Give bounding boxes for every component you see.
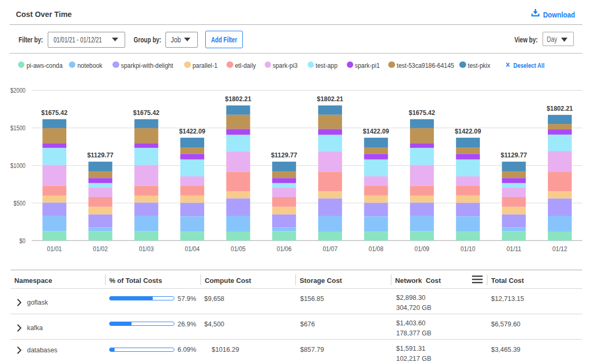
svg-text:01/07: 01/07 xyxy=(322,245,337,253)
svg-text:$1675.42: $1675.42 xyxy=(409,109,435,117)
svg-text:$1422.09: $1422.09 xyxy=(455,127,482,135)
svg-text:$1802.21: $1802.21 xyxy=(225,95,251,103)
svg-text:01/08: 01/08 xyxy=(369,245,383,253)
svg-text:$2000: $2000 xyxy=(11,86,25,94)
svg-text:$1500: $1500 xyxy=(11,124,25,132)
svg-text:$500: $500 xyxy=(14,199,25,207)
svg-text:$1129.77: $1129.77 xyxy=(271,151,298,159)
svg-text:$1422.09: $1422.09 xyxy=(179,127,206,135)
svg-text:$1675.42: $1675.42 xyxy=(41,109,68,117)
svg-text:01/01: 01/01 xyxy=(47,245,62,253)
svg-text:01/04: 01/04 xyxy=(185,245,200,253)
svg-text:$0: $0 xyxy=(20,237,26,245)
svg-text:$1675.42: $1675.42 xyxy=(133,109,160,117)
svg-text:01/02: 01/02 xyxy=(93,245,108,253)
svg-text:01/05: 01/05 xyxy=(231,245,246,253)
svg-text:$1422.09: $1422.09 xyxy=(363,127,389,135)
svg-text:01/06: 01/06 xyxy=(277,245,292,253)
svg-text:01/11: 01/11 xyxy=(506,245,521,253)
svg-text:01/09: 01/09 xyxy=(415,245,430,253)
svg-text:$1129.77: $1129.77 xyxy=(501,151,527,159)
svg-text:$1802.21: $1802.21 xyxy=(317,95,344,103)
svg-text:01/03: 01/03 xyxy=(139,245,154,253)
svg-text:01/12: 01/12 xyxy=(553,245,567,253)
svg-text:01/10: 01/10 xyxy=(460,245,475,253)
svg-text:$1129.77: $1129.77 xyxy=(87,151,113,159)
svg-text:$1000: $1000 xyxy=(11,162,25,170)
svg-text:$1802.21: $1802.21 xyxy=(547,104,573,112)
